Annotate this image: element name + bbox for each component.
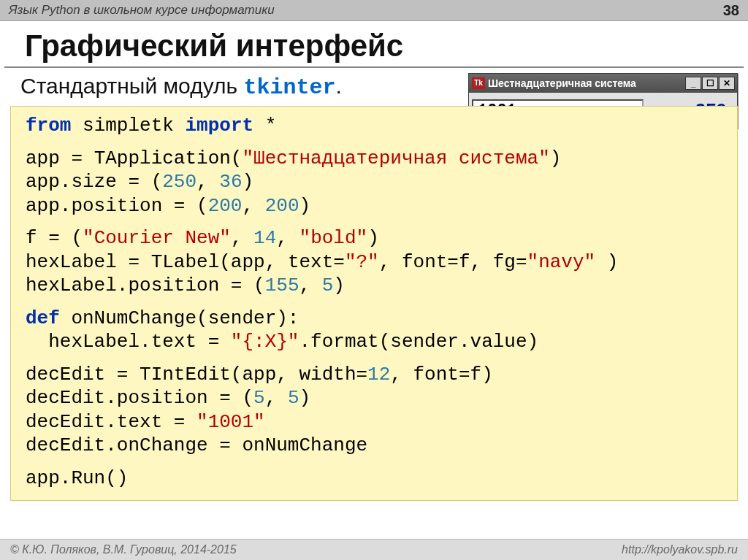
- code-line: app.Run(): [26, 467, 722, 491]
- slide-title: Графический интерфейс: [4, 21, 744, 68]
- subtitle-text: Стандартный модуль: [20, 74, 243, 98]
- maximize-button[interactable]: ☐: [702, 77, 718, 90]
- code-block-4: def onNumChange(sender): hexLabel.text =…: [26, 307, 722, 354]
- code-block-6: app.Run(): [26, 467, 722, 491]
- code-line: decEdit = TIntEdit(app, width=12, font=f…: [26, 363, 722, 387]
- window-buttons: _ ☐ ✕: [685, 77, 735, 90]
- code-block-3: f = ("Courier New", 14, "bold") hexLabel…: [26, 226, 722, 298]
- footer-bar: © К.Ю. Поляков, В.М. Гуровиц, 2014-2015 …: [0, 539, 748, 560]
- code-line: app.size = (250, 36): [26, 170, 722, 194]
- code-block-2: app = TApplication("Шестнадцатеричная си…: [26, 147, 722, 218]
- code-line: hexLabel.text = "{:X}".format(sender.val…: [26, 330, 722, 354]
- page-number: 38: [723, 2, 739, 19]
- window-title: Шестнадцатеричная система: [488, 77, 682, 89]
- footer-copyright: © К.Ю. Поляков, В.М. Гуровиц, 2014-2015: [10, 543, 237, 556]
- module-name: tkinter: [243, 75, 335, 100]
- code-line: def onNumChange(sender):: [26, 307, 722, 331]
- close-button[interactable]: ✕: [719, 77, 735, 90]
- minimize-button[interactable]: _: [685, 77, 701, 90]
- code-line: decEdit.onChange = onNumChange: [26, 434, 722, 458]
- header-bar: Язык Python в школьном курсе информатики…: [0, 0, 748, 21]
- code-line: hexLabel.position = (155, 5): [26, 274, 722, 298]
- tk-icon: Tk: [472, 77, 485, 89]
- code-line: decEdit.text = "1001": [26, 410, 722, 434]
- code-line: app = TApplication("Шестнадцатеричная си…: [26, 147, 722, 171]
- code-listing: from simpletk import * app = TApplicatio…: [10, 106, 738, 501]
- footer-link[interactable]: http://kpolyakov.spb.ru: [622, 543, 738, 556]
- code-block-5: decEdit = TIntEdit(app, width=12, font=f…: [26, 363, 722, 458]
- code-line: hexLabel = TLabel(app, text="?", font=f,…: [26, 250, 722, 275]
- window-titlebar[interactable]: Tk Шестнадцатеричная система _ ☐ ✕: [469, 74, 737, 93]
- code-block-1: from simpletk import *: [26, 114, 722, 138]
- code-line: app.position = (200, 200): [26, 194, 722, 218]
- code-line: f = ("Courier New", 14, "bold"): [26, 226, 722, 250]
- slide: Язык Python в школьном курсе информатики…: [0, 0, 748, 560]
- subtitle-period: .: [336, 74, 342, 98]
- breadcrumb: Язык Python в школьном курсе информатики: [9, 3, 275, 18]
- code-line: from simpletk import *: [26, 114, 722, 138]
- code-line: decEdit.position = (5, 5): [26, 386, 722, 410]
